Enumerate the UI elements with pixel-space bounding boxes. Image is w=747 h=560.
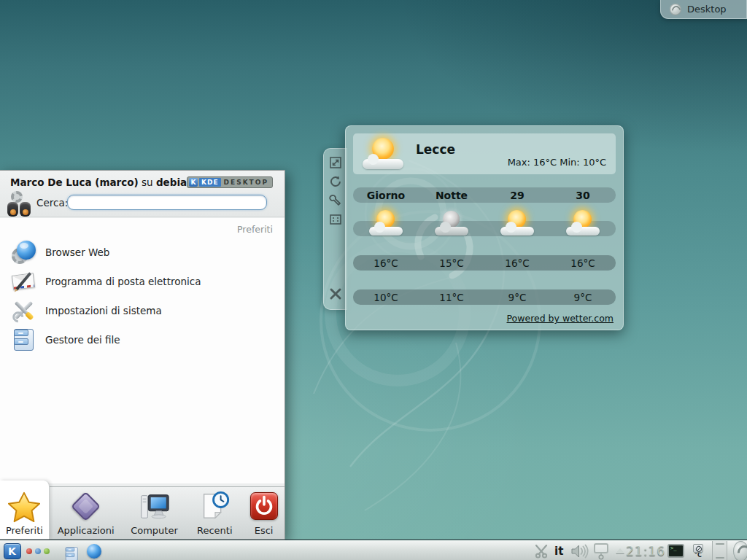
weather-city: Lecce [416,142,455,157]
sun-cloud-icon [368,210,403,238]
systray-expander[interactable] [616,541,624,560]
panel-mini-widget[interactable] [712,541,727,560]
temp-unit-label: °C [694,553,702,559]
kde-logo-icon: K [4,543,21,559]
day-temp: 16°C [484,255,550,271]
weather-night-temps-row: 10°C 11°C 9°C 9°C [353,289,616,305]
desktop-toolbox-label: Desktop [687,4,727,15]
weather-col-header: 29 [484,187,550,203]
file-manager-launcher[interactable] [64,541,89,560]
search-label: Cerca: [36,197,68,209]
mail-pen-icon [12,269,36,294]
terminal-tray-icon[interactable] [667,541,684,560]
terminal-icon [667,544,684,558]
speaker-icon [570,543,589,559]
tab-esci[interactable]: Esci [243,486,285,540]
plasmoid-handle[interactable] [323,148,347,310]
weather-widget[interactable]: Lecce Max: 16°C Min: 10°C Giorno Notte 2… [345,125,624,330]
crossed-tools-icon [12,298,36,323]
network-tray-icon[interactable] [592,541,611,560]
moon-cloud-icon [434,210,469,238]
recent-doc-clock-icon [198,490,231,524]
file-cabinet-icon [64,546,80,556]
blue-dot-icon [35,548,41,554]
kmenu-button[interactable]: K [2,541,22,560]
item-label: Gestore dei file [45,334,120,346]
globe-icon [87,544,101,559]
red-dot-icon [26,548,32,554]
item-label: Impostazioni di sistema [45,305,162,316]
cashew-icon [733,541,747,560]
list-item-email-client[interactable]: Programma di posta elettronica [0,267,285,296]
chevron-up-icon [616,548,624,553]
list-item-file-manager[interactable]: Gestore dei file [0,325,285,354]
title-connector: su [142,176,153,188]
tab-applicazioni[interactable]: Applicazioni [50,486,123,540]
list-item-browser-web[interactable]: Browser Web [0,238,285,267]
day-temp: 16°C [550,255,616,271]
day-temp: 16°C [353,255,419,271]
night-temp: 9°C [550,289,616,305]
wetter-credit-link[interactable]: Powered by wetter.com [507,313,614,324]
keyboard-layout-indicator[interactable]: it [554,541,563,560]
green-dot-icon [44,548,50,554]
badge-kde-label: KDE [199,178,221,187]
list-item-system-settings[interactable]: Impostazioni di sistema [0,296,285,325]
badge-desktop-label: DESKTOP [222,179,270,186]
configure-wrench-icon[interactable] [329,194,342,207]
weather-header: Lecce Max: 16°C Min: 10°C [353,133,616,174]
star-icon [7,490,41,524]
power-icon [247,490,281,524]
browser-launcher[interactable] [87,541,101,560]
tab-computer[interactable]: Computer [123,486,187,540]
maximize-icon[interactable] [329,213,342,226]
tab-preferiti[interactable]: Preferiti [0,481,50,540]
weather-col-header: Giorno [353,187,419,203]
tab-label: Recenti [197,525,233,536]
sun-cloud-icon [500,210,535,238]
monitor-network-icon [592,542,611,560]
tab-label: Applicazioni [58,525,115,536]
kickoff-search-row: Cerca: [0,190,285,217]
computer-icon [137,490,171,524]
sun-cloud-icon [362,138,404,171]
favorites-section-label: Preferiti [0,218,285,238]
day-temp: 15°C [419,255,484,271]
kickoff-menu: Marco De Luca (marco) su debian K KDE DE… [0,170,285,540]
tab-label: Esci [255,525,274,536]
weather-day-temps-row: 16°C 15°C 16°C 16°C [353,255,616,271]
rotate-icon[interactable] [329,175,342,188]
resize-icon[interactable] [329,156,342,169]
item-label: Browser Web [45,246,109,258]
kde-logo-icon: K [189,178,198,187]
digital-clock[interactable]: 21:16 [626,541,665,560]
volume-tray-icon[interactable] [570,541,589,560]
weather-status-icon [693,544,703,553]
panel-toolbox[interactable] [732,541,747,560]
diamond-icon [69,490,103,524]
sun-cloud-icon [565,210,600,238]
desktop-toolbox[interactable]: Desktop [660,0,747,19]
tab-label: Computer [131,525,178,536]
weather-col-header: 30 [550,187,616,203]
kickoff-user-title: Marco De Luca (marco) su debian [10,176,194,188]
weather-tray-icon[interactable]: °C [693,541,703,560]
search-input[interactable] [67,195,267,210]
weather-columns-row: Giorno Notte 29 30 [353,187,616,203]
kickoff-header: Marco De Luca (marco) su debian K KDE DE… [0,171,285,217]
cashew-icon [670,4,681,15]
night-temp: 10°C [353,289,419,305]
tab-recenti[interactable]: Recenti [186,486,243,540]
weather-max-min: Max: 16°C Min: 10°C [508,157,606,168]
activity-dots[interactable] [26,541,50,560]
tab-label: Preferiti [6,525,43,536]
globe-gear-icon [12,240,36,265]
klipper-tray-icon[interactable] [533,541,549,560]
kde-desktop-badge: K KDE DESKTOP [187,176,273,188]
user-name: Marco De Luca (marco) [10,176,139,188]
close-icon[interactable] [329,287,342,300]
bottom-panel: K it 2 [0,540,747,560]
item-label: Programma di posta elettronica [45,276,201,287]
night-temp: 9°C [484,289,550,305]
kickoff-tab-bar: Preferiti Applicazioni Computer [0,486,285,540]
